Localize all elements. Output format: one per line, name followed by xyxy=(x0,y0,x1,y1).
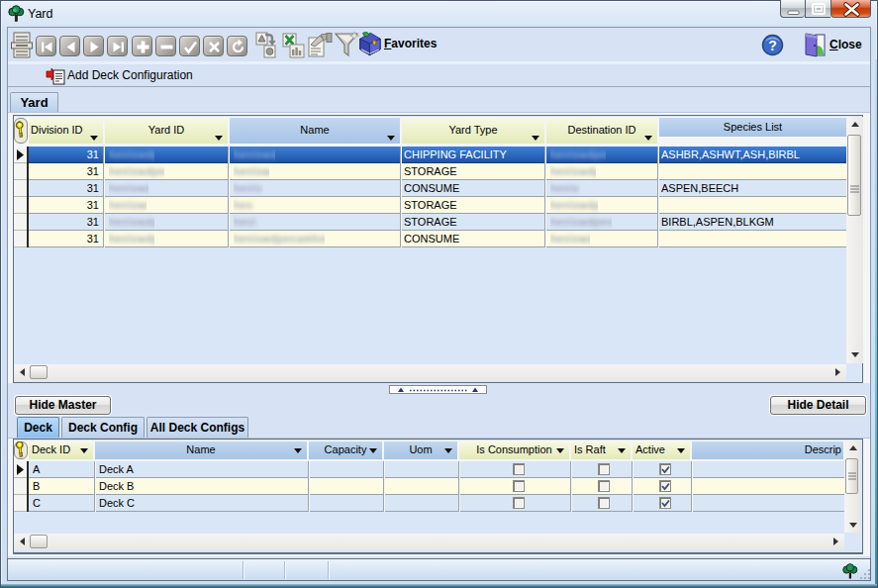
svg-text:?: ? xyxy=(768,38,777,53)
